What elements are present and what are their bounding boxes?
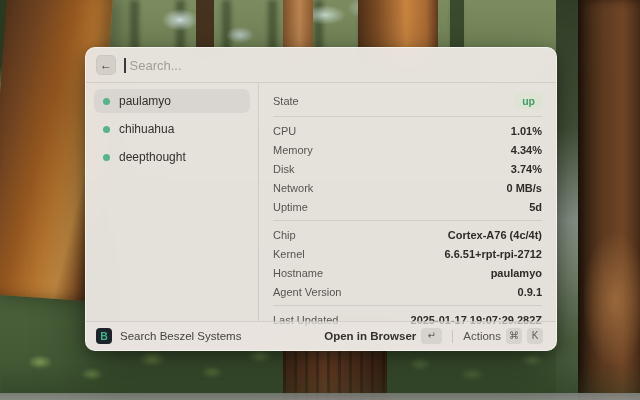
content-area: paulamyo chihuahua deepthought State up … <box>86 83 556 321</box>
detail-row-kernel: Kernel 6.6.51+rpt-rpi-2712 <box>273 244 542 263</box>
detail-row-agent-version: Agent Version 0.9.1 <box>273 282 542 301</box>
list-item-chihuahua[interactable]: chihuahua <box>94 117 250 141</box>
footer-actions: Open in Browser ↵ Actions ⌘ K <box>321 326 546 346</box>
launcher-window: ← paulamyo chihuahua deepthought State u… <box>85 47 557 351</box>
list-item-paulamyo[interactable]: paulamyo <box>94 89 250 113</box>
detail-row-disk: Disk 3.74% <box>273 159 542 178</box>
detail-row-network: Network 0 MB/s <box>273 178 542 197</box>
search-bar: ← <box>86 48 556 82</box>
detail-row-chip: Chip Cortex-A76 (4c/4t) <box>273 225 542 244</box>
footer-brand-label: Search Beszel Systems <box>120 330 241 342</box>
detail-label: Chip <box>273 229 296 241</box>
divider <box>273 116 542 117</box>
detail-value: paulamyo <box>491 267 542 279</box>
detail-row-state: State up <box>273 89 542 112</box>
status-badge: up <box>515 93 542 109</box>
detail-label: Network <box>273 182 313 194</box>
list-item-deepthought[interactable]: deepthought <box>94 145 250 169</box>
ground-strip <box>0 393 640 400</box>
detail-value: 4.34% <box>511 144 542 156</box>
detail-label: Kernel <box>273 248 305 260</box>
back-button[interactable]: ← <box>96 55 116 75</box>
back-arrow-icon: ← <box>100 59 112 71</box>
logo-letter: B <box>100 331 108 342</box>
footer-brand: B Search Beszel Systems <box>96 328 241 344</box>
detail-value: 6.6.51+rpt-rpi-2712 <box>444 248 542 260</box>
footer-divider <box>452 330 453 343</box>
host-list: paulamyo chihuahua deepthought <box>86 83 259 321</box>
details-panel: State up CPU 1.01% Memory 4.34% Disk 3.7… <box>259 83 556 321</box>
host-name: deepthought <box>119 150 186 164</box>
detail-label: Disk <box>273 163 294 175</box>
detail-row-memory: Memory 4.34% <box>273 140 542 159</box>
status-dot-icon <box>103 126 110 133</box>
detail-label: CPU <box>273 125 296 137</box>
detail-row-hostname: Hostname paulamyo <box>273 263 542 282</box>
open-in-browser-button[interactable]: Open in Browser ↵ <box>321 326 445 346</box>
detail-value: 0.9.1 <box>518 286 542 298</box>
actions-label: Actions <box>463 330 501 342</box>
search-input[interactable] <box>130 58 547 73</box>
detail-row-uptime: Uptime 5d <box>273 197 542 216</box>
command-key-icon: ⌘ <box>506 328 522 344</box>
detail-label: Agent Version <box>273 286 342 298</box>
detail-value: 1.01% <box>511 125 542 137</box>
detail-value: Cortex-A76 (4c/4t) <box>448 229 542 241</box>
status-dot-icon <box>103 154 110 161</box>
open-in-browser-label: Open in Browser <box>324 330 416 342</box>
host-name: chihuahua <box>119 122 174 136</box>
detail-label: State <box>273 95 299 107</box>
detail-value: 0 MB/s <box>507 182 542 194</box>
footer-bar: B Search Beszel Systems Open in Browser … <box>86 321 556 350</box>
detail-value: 3.74% <box>511 163 542 175</box>
k-key-icon: K <box>527 328 543 344</box>
detail-label: Uptime <box>273 201 308 213</box>
text-caret <box>124 58 126 73</box>
status-dot-icon <box>103 98 110 105</box>
detail-value: 5d <box>529 201 542 213</box>
detail-label: Hostname <box>273 267 323 279</box>
actions-button[interactable]: Actions ⌘ K <box>460 326 546 346</box>
foliage <box>0 344 640 396</box>
divider <box>273 305 542 306</box>
detail-row-cpu: CPU 1.01% <box>273 121 542 140</box>
return-key-icon: ↵ <box>421 328 442 344</box>
host-name: paulamyo <box>119 94 171 108</box>
beszel-logo-icon: B <box>96 328 112 344</box>
detail-label: Memory <box>273 144 313 156</box>
divider <box>273 220 542 221</box>
